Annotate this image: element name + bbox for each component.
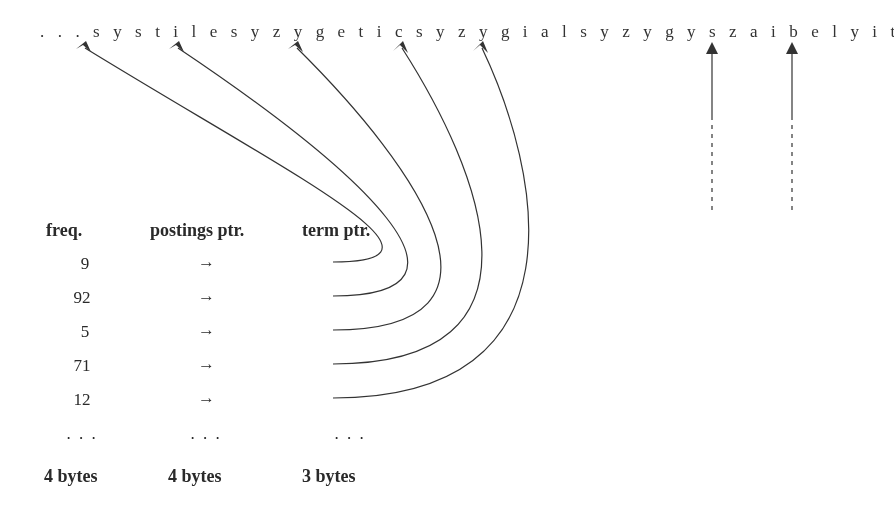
freq-cell: 5	[70, 322, 100, 342]
concatenated-term-string: . . . s y s t i l e s y z y g e t i c s …	[40, 22, 894, 42]
footer-postings: 4 bytes	[168, 466, 222, 487]
postings-arrow-icon: →	[198, 254, 215, 274]
postings-arrow-icon: →	[198, 356, 215, 376]
header-postings: postings ptr.	[150, 220, 244, 241]
termptr-ellipsis: . . .	[330, 424, 370, 444]
freq-ellipsis: . . .	[62, 424, 102, 444]
freq-cell: 92	[64, 288, 100, 308]
postings-arrow-icon: →	[198, 322, 215, 342]
footer-termptr: 3 bytes	[302, 466, 356, 487]
freq-cell: 9	[70, 254, 100, 274]
pointer-curves	[0, 0, 894, 510]
postings-ellipsis: . . .	[186, 424, 226, 444]
freq-cell: 71	[64, 356, 100, 376]
footer-freq: 4 bytes	[44, 466, 98, 487]
postings-arrow-icon: →	[198, 390, 215, 410]
postings-arrow-icon: →	[198, 288, 215, 308]
diagram-root: { "term_string": ". . . s y s t i l e s …	[0, 0, 894, 510]
freq-cell: 12	[64, 390, 100, 410]
header-termptr: term ptr.	[302, 220, 370, 241]
header-freq: freq.	[46, 220, 82, 241]
